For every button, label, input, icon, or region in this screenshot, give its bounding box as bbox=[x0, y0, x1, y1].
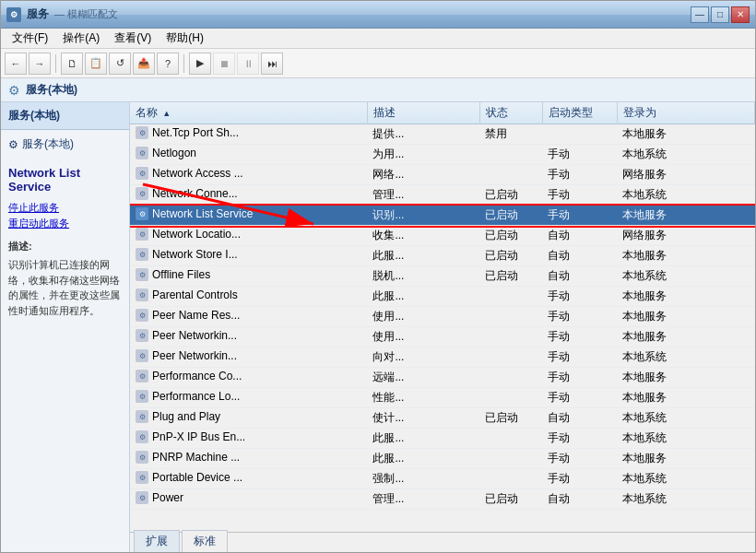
sidebar-header[interactable]: 服务(本地) bbox=[1, 102, 129, 130]
table-row[interactable]: ⚙Peer Networkin...使用...手动本地服务 bbox=[130, 327, 755, 347]
table-row[interactable]: ⚙Network Conne...管理...已启动手动本地系统 bbox=[130, 185, 755, 206]
sidebar-tree: ⚙ 服务(本地) bbox=[1, 130, 129, 159]
titlebar: ⚙ 服务 — 模糊匹配文 — □ ✕ bbox=[1, 1, 755, 29]
table-row[interactable]: ⚙Parental Controls此服...手动本地服务 bbox=[130, 287, 755, 307]
service-name-cell: ⚙Offline Files bbox=[130, 266, 367, 283]
service-icon: ⚙ bbox=[136, 329, 148, 342]
service-name-text: Netlogon bbox=[152, 147, 196, 159]
table-row[interactable]: ⚙Network Access ...网络...手动网络服务 bbox=[130, 165, 755, 185]
properties-small-button[interactable]: 📋 bbox=[85, 53, 107, 75]
service-status-cell: 已启动 bbox=[479, 185, 542, 206]
refresh-button[interactable]: ↺ bbox=[109, 53, 131, 75]
service-name-cell: ⚙PnP-X IP Bus En... bbox=[130, 429, 367, 445]
menu-file[interactable]: 文件(F) bbox=[5, 29, 55, 48]
service-starttype-cell: 自动 bbox=[542, 489, 617, 510]
pause-button[interactable]: ⏸ bbox=[237, 53, 259, 75]
resume-button[interactable]: ⏭ bbox=[261, 53, 283, 75]
help-button[interactable]: ? bbox=[157, 53, 179, 75]
service-title: Network List Service bbox=[8, 166, 122, 194]
service-login-cell: 本地服务 bbox=[617, 368, 754, 388]
service-starttype-cell: 自动 bbox=[542, 246, 617, 266]
close-button[interactable]: ✕ bbox=[731, 6, 750, 23]
table-row[interactable]: ⚙Performance Lo...性能...手动本地服务 bbox=[130, 388, 755, 408]
table-row[interactable]: ⚙Network Store I...此服...已启动自动本地服务 bbox=[130, 246, 755, 266]
service-name-text: Performance Lo... bbox=[152, 390, 240, 403]
service-name-text: Portable Device ... bbox=[152, 471, 242, 484]
service-name-text: Parental Controls bbox=[152, 288, 238, 301]
service-starttype-cell: 手动 bbox=[542, 145, 617, 165]
service-name-text: Network Locatio... bbox=[152, 228, 241, 241]
forward-button[interactable]: → bbox=[29, 53, 51, 75]
tab-standard[interactable]: 标准 bbox=[182, 530, 228, 552]
back-button[interactable]: ← bbox=[5, 53, 27, 75]
service-name-cell: ⚙Network Store I... bbox=[130, 246, 367, 263]
stop-service-link[interactable]: 停止此服务 bbox=[8, 201, 122, 215]
service-name-cell: ⚙Net.Tcp Port Sh... bbox=[130, 124, 367, 141]
col-header-desc[interactable]: 描述 bbox=[367, 102, 479, 124]
service-name-text: Network Conne... bbox=[152, 187, 238, 200]
table-row[interactable]: ⚙PnP-X IP Bus En...此服...手动本地系统 bbox=[130, 429, 755, 449]
service-status-cell bbox=[479, 469, 542, 489]
service-login-cell: 本地系统 bbox=[617, 408, 754, 429]
service-login-cell: 本地系统 bbox=[617, 145, 754, 165]
tab-extended[interactable]: 扩展 bbox=[134, 530, 180, 552]
service-login-cell: 本地服务 bbox=[617, 388, 754, 408]
service-status-cell: 已启动 bbox=[479, 266, 542, 287]
new-window-button[interactable]: 🗋 bbox=[61, 53, 83, 75]
table-row[interactable]: ⚙Peer Name Res...使用...手动本地服务 bbox=[130, 307, 755, 327]
service-table-container[interactable]: 名称 ▲ 描述 状态 启动类型 登录为 ⚙Net.Tcp Port Sh...提… bbox=[130, 102, 755, 532]
service-icon: ⚙ bbox=[136, 126, 148, 139]
col-header-login[interactable]: 登录为 bbox=[617, 102, 754, 124]
stop-button[interactable]: ⏹ bbox=[213, 53, 235, 75]
titlebar-left: ⚙ 服务 — 模糊匹配文 bbox=[6, 6, 118, 22]
service-icon: ⚙ bbox=[136, 268, 148, 281]
restore-button[interactable]: □ bbox=[711, 6, 729, 23]
service-starttype-cell: 手动 bbox=[542, 469, 617, 489]
service-login-cell: 本地服务 bbox=[617, 287, 754, 307]
restart-service-link[interactable]: 重启动此服务 bbox=[8, 217, 122, 230]
service-name-text: Peer Name Res... bbox=[152, 309, 240, 322]
table-row[interactable]: ⚙Netlogon为用...手动本地系统 bbox=[130, 145, 755, 165]
service-desc-cell: 脱机... bbox=[367, 266, 479, 287]
service-login-cell: 本地系统 bbox=[617, 185, 754, 206]
menu-action[interactable]: 操作(A) bbox=[55, 29, 107, 48]
service-icon: ⚙ bbox=[136, 430, 148, 443]
service-status-cell bbox=[479, 368, 542, 388]
menu-help[interactable]: 帮助(H) bbox=[159, 29, 211, 48]
table-row[interactable]: ⚙Plug and Play使计...已启动自动本地系统 bbox=[130, 408, 755, 429]
table-row[interactable]: ⚙Net.Tcp Port Sh...提供...禁用本地服务 bbox=[130, 124, 755, 145]
service-login-cell: 本地系统 bbox=[617, 266, 754, 287]
sidebar-tree-item-local[interactable]: ⚙ 服务(本地) bbox=[1, 134, 129, 155]
service-name-cell: ⚙Netlogon bbox=[130, 145, 367, 161]
service-icon: ⚙ bbox=[136, 370, 148, 382]
table-row[interactable]: ⚙PNRP Machine ...此服...手动本地服务 bbox=[130, 449, 755, 469]
window-title: 服务 bbox=[27, 6, 49, 22]
service-status-cell: 已启动 bbox=[479, 489, 542, 510]
service-name-text: Plug and Play bbox=[152, 410, 220, 423]
service-icon: ⚙ bbox=[136, 491, 148, 504]
menu-view[interactable]: 查看(V) bbox=[107, 29, 159, 48]
service-name-cell: ⚙Peer Networkin... bbox=[130, 347, 367, 364]
service-desc-cell: 使用... bbox=[367, 307, 479, 327]
col-header-name[interactable]: 名称 ▲ bbox=[130, 102, 367, 124]
service-icon: ⚙ bbox=[136, 147, 148, 159]
service-name-text: Network Store I... bbox=[152, 248, 238, 261]
table-row[interactable]: ⚙Power管理...已启动自动本地系统 bbox=[130, 489, 755, 510]
table-row[interactable]: ⚙Network List Service识别...已启动手动本地服务 bbox=[130, 206, 755, 226]
table-row[interactable]: ⚙Performance Co...远端...手动本地服务 bbox=[130, 368, 755, 388]
minimize-button[interactable]: — bbox=[691, 6, 709, 23]
col-header-starttype[interactable]: 启动类型 bbox=[542, 102, 617, 124]
col-header-status[interactable]: 状态 bbox=[479, 102, 542, 124]
service-icon: ⚙ bbox=[136, 288, 148, 301]
export-button[interactable]: 📤 bbox=[133, 53, 155, 75]
play-button[interactable]: ▶ bbox=[189, 53, 211, 75]
table-row[interactable]: ⚙Peer Networkin...向对...手动本地系统 bbox=[130, 347, 755, 368]
table-row[interactable]: ⚙Offline Files脱机...已启动自动本地系统 bbox=[130, 266, 755, 287]
service-desc-cell: 性能... bbox=[367, 388, 479, 408]
service-starttype-cell: 自动 bbox=[542, 266, 617, 287]
table-row[interactable]: ⚙Portable Device ...强制...手动本地系统 bbox=[130, 469, 755, 489]
table-row[interactable]: ⚙Network Locatio...收集...已启动自动网络服务 bbox=[130, 226, 755, 246]
service-name-text: Offline Files bbox=[152, 268, 210, 281]
service-icon: ⚙ bbox=[136, 248, 148, 261]
service-starttype-cell: 手动 bbox=[542, 368, 617, 388]
